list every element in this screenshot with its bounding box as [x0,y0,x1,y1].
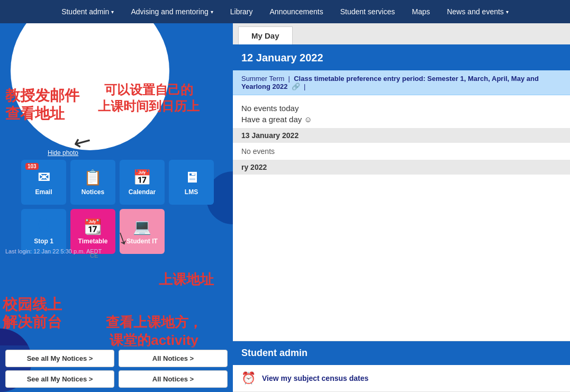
have-great-day: Have a great day ☺ [241,115,562,124]
stop1-label: Stop 1 [34,238,53,245]
last-login-text: Last login: 12 Jan 22 5:30 p.m. AEDT [5,248,102,254]
notices-label: Notices [82,188,104,196]
notices-tile[interactable]: 📋 Notices [70,160,115,205]
nav-advising[interactable]: Advising and mentoring ▾ [131,7,213,16]
tab-bar: My Day [233,23,570,45]
notices-icon: 📋 [84,169,102,186]
notice-banner: Summer Term | Class timetable preference… [233,70,570,95]
student-admin-section: Student admin ⏰ View my subject census d… [233,341,570,392]
see-all-my-notices-btn-2[interactable]: See all My Notices > [5,370,114,388]
main-content: 教授发邮件查看地址 可以设置自己的上课时间到日历上 ↙ Hide photo 1… [0,23,570,392]
student-it-label: Student IT [126,238,158,245]
tab-my-day[interactable]: My Day [238,26,293,44]
student-admin-header: Student admin [233,341,570,365]
chevron-down-icon: ▾ [111,9,114,15]
census-icon: ⏰ [241,371,256,385]
nav-student-services[interactable]: Student services [340,7,395,16]
annotation-email: 教授发邮件查看地址 [5,87,79,122]
lms-label: LMS [185,188,198,196]
all-notices-btn-2[interactable]: All Notices > [119,370,228,388]
no-events-today: No events today [241,104,562,113]
census-text: View my subject census dates [262,374,368,382]
btn-row-1: See all My Notices > All Notices > [5,350,228,367]
bottom-buttons-area: See all My Notices > All Notices > See a… [0,345,233,392]
left-panel: 教授发邮件查看地址 可以设置自己的上课时间到日历上 ↙ Hide photo 1… [0,23,233,392]
email-tile[interactable]: 103 ✉ Email [21,160,66,205]
see-all-my-notices-btn-1[interactable]: See all My Notices > [5,350,114,367]
nav-announcements[interactable]: Announcements [270,7,323,16]
top-navigation: Student admin ▾ Advising and mentoring ▾… [0,0,570,23]
ce-label: CE [90,252,98,259]
calendar-label: Calendar [129,188,156,196]
no-events-next: No events [241,147,562,156]
email-label: Email [35,188,52,196]
hide-photo-link[interactable]: Hide photo [48,149,78,157]
nav-maps[interactable]: Maps [412,7,430,16]
annotation-address: 上课地址 [159,271,214,289]
timetable-icon: 📆 [84,218,102,235]
btn-row-2: See all My Notices > All Notices > [5,370,228,388]
chevron-down-icon: ▾ [506,9,509,15]
lms-icon: 🖥 [184,169,199,186]
timetable-label: Timetable [78,238,108,245]
events-section: No events today Have a great day ☺ 13 Ja… [233,95,570,341]
stop1-icon: 👤 [34,218,53,235]
right-panel: My Day 12 January 2022 Summer Term | Cla… [233,23,570,392]
student-admin-item[interactable]: ⏰ View my subject census dates [233,365,570,392]
email-icon: ✉ [38,169,50,186]
chevron-down-icon: ▾ [211,9,213,15]
lms-tile[interactable]: 🖥 LMS [169,160,214,205]
all-notices-btn-1[interactable]: All Notices > [119,350,228,367]
nav-student-admin[interactable]: Student admin ▾ [61,7,114,16]
further-date-divider: ry 2022 [233,160,570,175]
calendar-header: 12 January 2022 [233,45,570,70]
calendar-tile[interactable]: 📅 Calendar [120,160,165,205]
annotation-online: 校园线上解决前台 [3,296,62,331]
nav-news-events[interactable]: News and events ▾ [447,7,508,16]
calendar-icon: 📅 [133,169,151,186]
nav-library[interactable]: Library [230,7,253,16]
timetable-notice-link[interactable]: Class timetable preference entry period:… [241,75,539,90]
calendar-date: 12 January 2022 [241,52,562,64]
timetable-tile[interactable]: 📆 Timetable [70,209,115,254]
student-it-icon: 💻 [133,218,151,235]
email-badge: 103 [25,163,39,170]
annotation-calendar: 可以设置自己的上课时间到日历上 [98,81,200,114]
next-date-divider: 13 January 2022 [233,128,570,143]
annotation-activity: 查看上课地方，课堂的activity [106,314,202,350]
stop1-tile[interactable]: 👤 Stop 1 [21,209,66,254]
